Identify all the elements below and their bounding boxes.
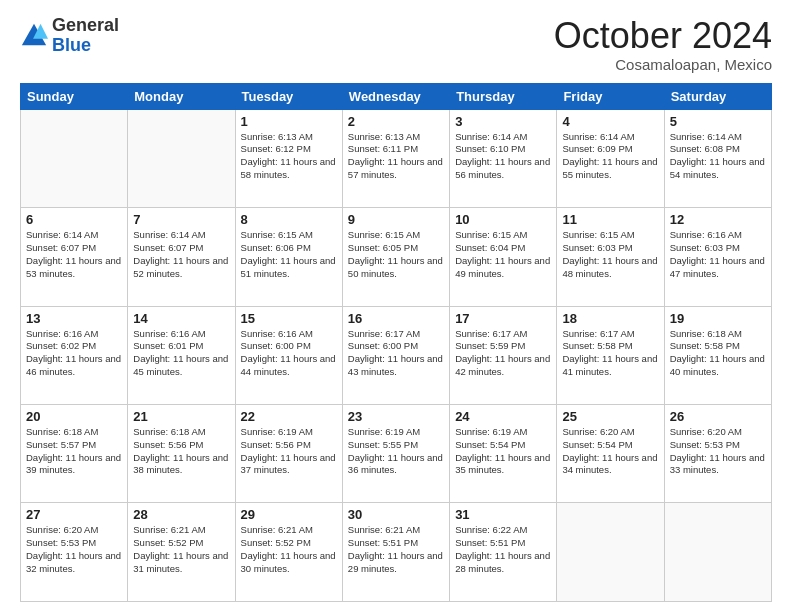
cell-content-line: Sunset: 5:54 PM: [455, 439, 551, 452]
cell-content-line: Sunset: 5:52 PM: [241, 537, 337, 550]
cell-content-line: Sunset: 6:03 PM: [562, 242, 658, 255]
cell-content-line: Daylight: 11 hours and 42 minutes.: [455, 353, 551, 379]
day-number: 11: [562, 212, 658, 227]
calendar-cell: [128, 109, 235, 207]
calendar-cell: 13Sunrise: 6:16 AMSunset: 6:02 PMDayligh…: [21, 306, 128, 404]
day-number: 9: [348, 212, 444, 227]
cell-content-line: Daylight: 11 hours and 52 minutes.: [133, 255, 229, 281]
calendar-header-row: SundayMondayTuesdayWednesdayThursdayFrid…: [21, 83, 772, 109]
cell-content-line: Sunrise: 6:13 AM: [241, 131, 337, 144]
cell-content-line: Sunset: 6:03 PM: [670, 242, 766, 255]
calendar-day-header: Friday: [557, 83, 664, 109]
day-number: 16: [348, 311, 444, 326]
cell-content-line: Sunset: 6:00 PM: [241, 340, 337, 353]
day-number: 1: [241, 114, 337, 129]
cell-content-line: Sunrise: 6:17 AM: [562, 328, 658, 341]
day-number: 24: [455, 409, 551, 424]
cell-content-line: Sunset: 5:56 PM: [241, 439, 337, 452]
cell-content-line: Daylight: 11 hours and 33 minutes.: [670, 452, 766, 478]
calendar-cell: 2Sunrise: 6:13 AMSunset: 6:11 PMDaylight…: [342, 109, 449, 207]
calendar-cell: 1Sunrise: 6:13 AMSunset: 6:12 PMDaylight…: [235, 109, 342, 207]
cell-content-line: Sunrise: 6:13 AM: [348, 131, 444, 144]
day-number: 22: [241, 409, 337, 424]
cell-content-line: Sunrise: 6:14 AM: [455, 131, 551, 144]
calendar-cell: [557, 503, 664, 602]
location: Cosamaloapan, Mexico: [554, 56, 772, 73]
cell-content-line: Daylight: 11 hours and 36 minutes.: [348, 452, 444, 478]
cell-content-line: Daylight: 11 hours and 29 minutes.: [348, 550, 444, 576]
month-title: October 2024: [554, 16, 772, 56]
calendar-cell: 21Sunrise: 6:18 AMSunset: 5:56 PMDayligh…: [128, 405, 235, 503]
calendar-cell: 22Sunrise: 6:19 AMSunset: 5:56 PMDayligh…: [235, 405, 342, 503]
cell-content-line: Sunset: 6:05 PM: [348, 242, 444, 255]
cell-content-line: Sunset: 5:51 PM: [348, 537, 444, 550]
cell-content-line: Sunrise: 6:18 AM: [670, 328, 766, 341]
calendar-cell: 28Sunrise: 6:21 AMSunset: 5:52 PMDayligh…: [128, 503, 235, 602]
calendar-cell: 10Sunrise: 6:15 AMSunset: 6:04 PMDayligh…: [450, 208, 557, 306]
calendar-cell: 30Sunrise: 6:21 AMSunset: 5:51 PMDayligh…: [342, 503, 449, 602]
cell-content-line: Sunrise: 6:20 AM: [670, 426, 766, 439]
cell-content-line: Daylight: 11 hours and 51 minutes.: [241, 255, 337, 281]
calendar-table: SundayMondayTuesdayWednesdayThursdayFrid…: [20, 83, 772, 602]
cell-content-line: Sunrise: 6:17 AM: [455, 328, 551, 341]
calendar-day-header: Sunday: [21, 83, 128, 109]
cell-content-line: Daylight: 11 hours and 47 minutes.: [670, 255, 766, 281]
calendar-cell: 4Sunrise: 6:14 AMSunset: 6:09 PMDaylight…: [557, 109, 664, 207]
day-number: 31: [455, 507, 551, 522]
page: General Blue October 2024 Cosamaloapan, …: [0, 0, 792, 612]
calendar-cell: 9Sunrise: 6:15 AMSunset: 6:05 PMDaylight…: [342, 208, 449, 306]
logo-icon: [20, 22, 48, 50]
cell-content-line: Sunrise: 6:19 AM: [241, 426, 337, 439]
calendar-cell: [664, 503, 771, 602]
day-number: 23: [348, 409, 444, 424]
calendar-cell: 16Sunrise: 6:17 AMSunset: 6:00 PMDayligh…: [342, 306, 449, 404]
calendar-week-row: 20Sunrise: 6:18 AMSunset: 5:57 PMDayligh…: [21, 405, 772, 503]
calendar-day-header: Tuesday: [235, 83, 342, 109]
cell-content-line: Sunset: 6:07 PM: [26, 242, 122, 255]
cell-content-line: Sunrise: 6:15 AM: [455, 229, 551, 242]
cell-content-line: Sunset: 6:01 PM: [133, 340, 229, 353]
cell-content-line: Daylight: 11 hours and 45 minutes.: [133, 353, 229, 379]
logo-blue-text: Blue: [52, 36, 119, 56]
cell-content-line: Sunset: 6:10 PM: [455, 143, 551, 156]
calendar-week-row: 27Sunrise: 6:20 AMSunset: 5:53 PMDayligh…: [21, 503, 772, 602]
cell-content-line: Daylight: 11 hours and 54 minutes.: [670, 156, 766, 182]
cell-content-line: Daylight: 11 hours and 28 minutes.: [455, 550, 551, 576]
cell-content-line: Sunrise: 6:21 AM: [348, 524, 444, 537]
cell-content-line: Daylight: 11 hours and 44 minutes.: [241, 353, 337, 379]
calendar-cell: 17Sunrise: 6:17 AMSunset: 5:59 PMDayligh…: [450, 306, 557, 404]
cell-content-line: Sunset: 6:04 PM: [455, 242, 551, 255]
cell-content-line: Sunrise: 6:20 AM: [562, 426, 658, 439]
cell-content-line: Sunrise: 6:21 AM: [241, 524, 337, 537]
cell-content-line: Sunrise: 6:15 AM: [348, 229, 444, 242]
day-number: 3: [455, 114, 551, 129]
cell-content-line: Sunset: 6:02 PM: [26, 340, 122, 353]
calendar-cell: [21, 109, 128, 207]
cell-content-line: Sunset: 5:59 PM: [455, 340, 551, 353]
calendar-cell: 24Sunrise: 6:19 AMSunset: 5:54 PMDayligh…: [450, 405, 557, 503]
cell-content-line: Sunrise: 6:17 AM: [348, 328, 444, 341]
calendar-cell: 7Sunrise: 6:14 AMSunset: 6:07 PMDaylight…: [128, 208, 235, 306]
cell-content-line: Daylight: 11 hours and 41 minutes.: [562, 353, 658, 379]
calendar-cell: 14Sunrise: 6:16 AMSunset: 6:01 PMDayligh…: [128, 306, 235, 404]
cell-content-line: Daylight: 11 hours and 39 minutes.: [26, 452, 122, 478]
cell-content-line: Daylight: 11 hours and 48 minutes.: [562, 255, 658, 281]
cell-content-line: Sunrise: 6:22 AM: [455, 524, 551, 537]
day-number: 2: [348, 114, 444, 129]
cell-content-line: Sunrise: 6:14 AM: [26, 229, 122, 242]
title-block: October 2024 Cosamaloapan, Mexico: [554, 16, 772, 73]
cell-content-line: Sunrise: 6:16 AM: [26, 328, 122, 341]
day-number: 28: [133, 507, 229, 522]
day-number: 20: [26, 409, 122, 424]
calendar-day-header: Monday: [128, 83, 235, 109]
cell-content-line: Sunrise: 6:14 AM: [562, 131, 658, 144]
calendar-cell: 26Sunrise: 6:20 AMSunset: 5:53 PMDayligh…: [664, 405, 771, 503]
calendar-cell: 6Sunrise: 6:14 AMSunset: 6:07 PMDaylight…: [21, 208, 128, 306]
day-number: 15: [241, 311, 337, 326]
cell-content-line: Sunset: 6:07 PM: [133, 242, 229, 255]
calendar-cell: 15Sunrise: 6:16 AMSunset: 6:00 PMDayligh…: [235, 306, 342, 404]
cell-content-line: Sunset: 5:51 PM: [455, 537, 551, 550]
cell-content-line: Sunset: 5:53 PM: [26, 537, 122, 550]
cell-content-line: Sunrise: 6:15 AM: [241, 229, 337, 242]
cell-content-line: Daylight: 11 hours and 49 minutes.: [455, 255, 551, 281]
